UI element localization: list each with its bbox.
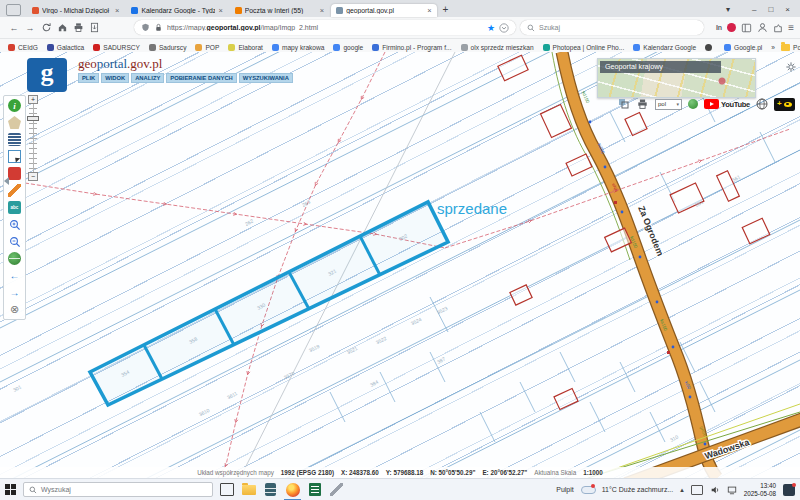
linkedin-extension-icon[interactable]: In bbox=[716, 24, 722, 31]
bookmark-item-wordpress[interactable] bbox=[705, 44, 715, 51]
close-button[interactable]: × bbox=[785, 5, 790, 14]
tab-geoportal[interactable]: geoportal.gov.pl × bbox=[331, 4, 436, 17]
back-icon[interactable]: ← bbox=[6, 21, 22, 35]
forward-icon[interactable]: → bbox=[22, 21, 38, 35]
overview-minimap[interactable]: Geoportal krajowy bbox=[597, 58, 756, 98]
help-icon[interactable] bbox=[688, 99, 698, 109]
overflow-chevron-icon[interactable]: » bbox=[771, 44, 775, 51]
bookmark-item[interactable]: Galactica bbox=[47, 44, 85, 51]
bookmark-item[interactable]: olx sprzedz mieszkan bbox=[461, 44, 534, 51]
bookmark-item[interactable]: mapy krakowa bbox=[272, 44, 325, 51]
extent-tool-icon[interactable] bbox=[8, 167, 21, 180]
bookmark-item[interactable]: CEIdG bbox=[8, 44, 38, 51]
maximize-button[interactable]: □ bbox=[768, 5, 773, 14]
globe-icon[interactable] bbox=[756, 98, 768, 110]
bookmark-item[interactable]: POP bbox=[195, 44, 219, 51]
home-icon[interactable] bbox=[54, 21, 70, 35]
identify-tool-icon[interactable]: i bbox=[8, 99, 21, 112]
file-explorer-icon[interactable] bbox=[241, 482, 256, 497]
zoom-in-button[interactable]: + bbox=[28, 95, 38, 104]
bookmark-item[interactable]: Google.pl bbox=[724, 44, 762, 51]
adblock-icon[interactable] bbox=[727, 23, 736, 32]
polygon-tool-icon[interactable] bbox=[8, 116, 21, 129]
label-tool-icon[interactable]: abc bbox=[8, 201, 21, 214]
calculator-icon[interactable] bbox=[263, 482, 278, 497]
touchpad-icon[interactable] bbox=[691, 485, 703, 495]
weather-icon[interactable] bbox=[581, 484, 595, 495]
pen-app-icon[interactable] bbox=[329, 482, 344, 497]
draw-tool-icon[interactable] bbox=[8, 184, 21, 197]
contrast-toggle-button[interactable]: + bbox=[774, 98, 795, 111]
search-bar[interactable]: Szukaj bbox=[520, 20, 704, 35]
tray-expand-icon[interactable]: ▴ bbox=[680, 486, 684, 494]
bookmark-item[interactable]: Sadurscy bbox=[149, 44, 187, 51]
map-viewport[interactable]: 354 358 330 321 302 263 262 3519 3521 35… bbox=[0, 52, 800, 478]
next-view-icon[interactable]: → bbox=[8, 286, 21, 299]
geoportal-logo[interactable]: g bbox=[27, 58, 67, 92]
start-button[interactable] bbox=[5, 484, 16, 495]
pocket-icon[interactable] bbox=[499, 23, 509, 33]
tab-close-icon[interactable]: × bbox=[115, 6, 119, 15]
url-bar[interactable]: https://mapy.geoportal.gov.pl/imap/Imgp_… bbox=[134, 20, 516, 35]
extension-icon[interactable] bbox=[773, 23, 783, 33]
tab-close-icon[interactable]: × bbox=[218, 6, 222, 15]
excel-icon[interactable] bbox=[307, 482, 322, 497]
minimize-button[interactable]: – bbox=[752, 5, 756, 14]
menu-plik[interactable]: PLIK bbox=[78, 73, 99, 83]
previous-view-icon[interactable]: ← bbox=[8, 269, 21, 282]
tab-close-icon[interactable]: × bbox=[427, 6, 431, 15]
select-area-tool-icon[interactable] bbox=[8, 150, 21, 163]
youtube-link[interactable]: YouTube bbox=[704, 99, 750, 109]
menu-icon[interactable]: ≡ bbox=[788, 22, 794, 33]
firefox-view-icon[interactable] bbox=[6, 4, 21, 16]
highlighted-parcels[interactable] bbox=[90, 202, 448, 405]
zoom-slider-track[interactable] bbox=[29, 104, 37, 172]
zoom-out-button[interactable]: − bbox=[28, 172, 38, 181]
panel-collapse-arrow-icon[interactable] bbox=[0, 177, 9, 185]
settings-gear-icon[interactable] bbox=[786, 58, 796, 76]
menu-widok[interactable]: WIDOK bbox=[101, 73, 129, 83]
reload-icon[interactable] bbox=[38, 21, 54, 35]
bookmark-item[interactable]: Kalendarz Google bbox=[633, 44, 696, 51]
task-view-icon[interactable] bbox=[220, 483, 234, 496]
firefox-icon[interactable] bbox=[285, 482, 300, 497]
language-select[interactable]: pol▾ bbox=[655, 99, 682, 110]
new-tab-button[interactable]: + bbox=[443, 4, 449, 15]
bookmark-item[interactable]: Elaborat bbox=[228, 44, 263, 51]
bookmark-item[interactable]: google bbox=[333, 44, 363, 51]
volume-icon[interactable] bbox=[710, 485, 720, 495]
print-map-icon[interactable] bbox=[636, 98, 649, 110]
weather-text[interactable]: 11°C Duże zachmurz... bbox=[602, 486, 674, 493]
print-icon[interactable] bbox=[70, 21, 86, 35]
zoom-out-tool-icon[interactable] bbox=[8, 235, 21, 248]
save-page-icon[interactable] bbox=[86, 21, 102, 35]
legend-tool-icon[interactable] bbox=[8, 133, 21, 146]
tab-mail[interactable]: Poczta w Interi (55) × bbox=[230, 4, 329, 17]
desktop-label[interactable]: Pulpit bbox=[556, 486, 574, 493]
clear-selection-icon[interactable]: ⊗ bbox=[8, 303, 21, 316]
network-icon[interactable] bbox=[727, 485, 737, 495]
tab-list-chevron-icon[interactable]: ▾ bbox=[726, 5, 730, 14]
menu-analizy[interactable]: ANALIZY bbox=[131, 73, 164, 83]
map-canvas[interactable]: 354 358 330 321 302 263 262 3519 3521 35… bbox=[0, 52, 800, 478]
taskbar-search[interactable]: Wyszukaj bbox=[23, 482, 213, 497]
tab-calendar[interactable]: Kalendarz Google - Tydzień, w i × bbox=[126, 4, 227, 17]
zoom-slider-handle[interactable] bbox=[27, 116, 39, 121]
account-icon[interactable] bbox=[757, 22, 768, 33]
taskbar-clock[interactable]: 13:40 2025-05-08 bbox=[744, 482, 776, 496]
full-extent-tool-icon[interactable] bbox=[8, 252, 21, 265]
bookmark-item[interactable]: Photopea | Online Pho... bbox=[543, 44, 625, 51]
sidebar-icon[interactable] bbox=[741, 23, 752, 33]
menu-wyszukiwania[interactable]: WYSZUKIWANIA bbox=[239, 73, 293, 83]
notification-center-icon[interactable] bbox=[783, 484, 795, 496]
zoom-in-tool-icon[interactable] bbox=[8, 218, 21, 231]
bookmark-item[interactable]: SADURSCY bbox=[93, 44, 140, 51]
menu-pobieranie-danych[interactable]: POBIERANIE DANYCH bbox=[166, 73, 236, 83]
tab-close-icon[interactable]: × bbox=[320, 6, 324, 15]
bookmark-favicon bbox=[543, 44, 550, 51]
bookmark-star-icon[interactable]: ★ bbox=[487, 23, 495, 33]
tab-virgo[interactable]: Virgo - Michał Dzięcioł × bbox=[27, 4, 124, 17]
layers-icon[interactable] bbox=[618, 98, 630, 110]
bookmark-item[interactable]: Firmino.pl - Program f... bbox=[372, 44, 451, 51]
other-bookmarks-button[interactable]: Pozostałe zakładki bbox=[781, 44, 800, 51]
